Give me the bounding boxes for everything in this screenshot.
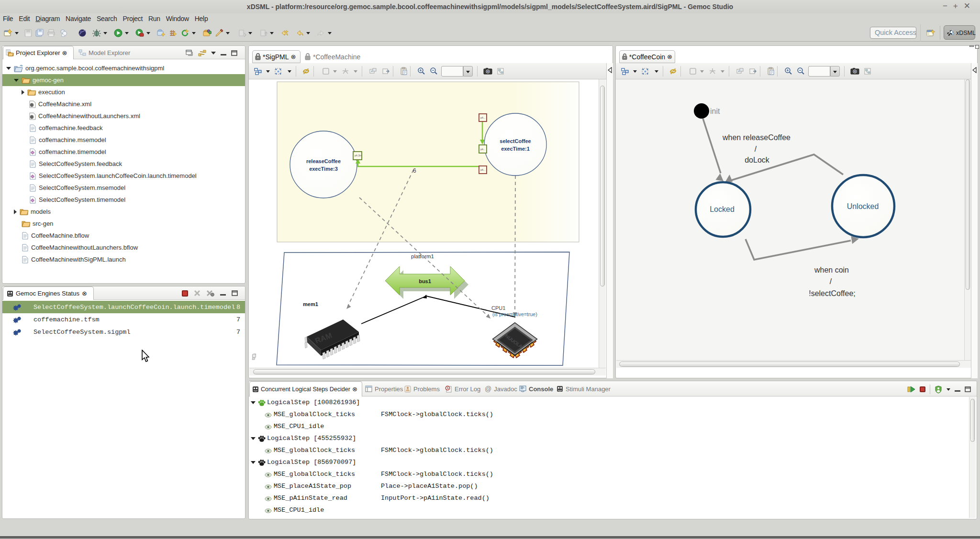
svg-text:bus1: bus1 bbox=[419, 278, 431, 284]
svg-text:init: init bbox=[710, 107, 720, 115]
svg-text:platform1: platform1 bbox=[411, 253, 434, 259]
svg-text:releaseCoffee: releaseCoffee bbox=[306, 158, 341, 164]
svg-text:(is preemptive=true): (is preemptive=true) bbox=[492, 311, 537, 317]
svg-text:doLock: doLock bbox=[745, 156, 770, 164]
svg-text:mem1: mem1 bbox=[303, 301, 318, 307]
svg-text:pA.3in: pA.3in bbox=[355, 154, 361, 157]
svg-text:pA...: pA... bbox=[480, 116, 485, 119]
svg-text:Unlocked: Unlocked bbox=[847, 202, 879, 210]
svg-text:CPU1: CPU1 bbox=[491, 305, 505, 311]
svg-text:execTime:3: execTime:3 bbox=[309, 166, 338, 172]
svg-text:6: 6 bbox=[413, 167, 416, 174]
svg-text:/: / bbox=[755, 145, 757, 153]
svg-text:execTime:1: execTime:1 bbox=[501, 146, 530, 152]
svg-text:pA...: pA... bbox=[480, 148, 485, 151]
svg-text:pA...: pA... bbox=[480, 168, 485, 171]
svg-text:when releaseCoffee: when releaseCoffee bbox=[722, 133, 791, 142]
svg-text:!selectCoffee;: !selectCoffee; bbox=[809, 289, 856, 297]
svg-text:selectCoffee: selectCoffee bbox=[500, 138, 531, 144]
svg-text:when coin: when coin bbox=[814, 266, 849, 274]
svg-text:Locked: Locked bbox=[710, 205, 735, 213]
svg-text:/: / bbox=[830, 277, 832, 286]
